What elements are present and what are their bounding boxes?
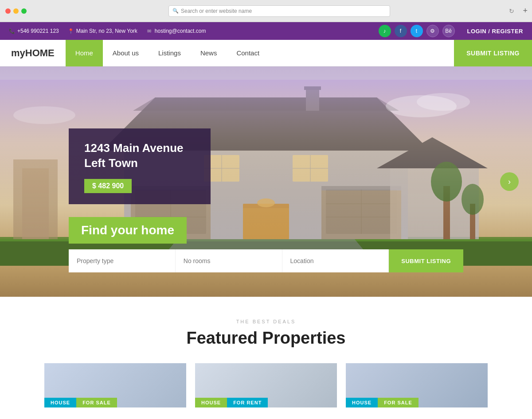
browser-chrome: 🔍 Search or enter website name ↻ + — [0, 0, 532, 22]
minimize-button[interactable] — [13, 8, 19, 14]
property-card: 1243 Main Avenue Left Town $ 482 900 — [69, 128, 211, 204]
property-image-1: HOUSE FOR SALE — [44, 363, 186, 407]
browser-dots — [5, 8, 27, 14]
brand-suffix: HOME — [25, 47, 55, 58]
search-submit-button[interactable]: SUBMIT LISTING — [389, 249, 463, 272]
svg-point-41 — [417, 93, 470, 111]
email-text: hosting@contact.com — [155, 28, 206, 34]
property-card-3[interactable]: HOUSE FOR SALE — [346, 363, 488, 407]
nav-home[interactable]: Home — [66, 40, 103, 66]
location-icon: 📍 — [68, 28, 74, 34]
property-title: 1243 Main Avenue Left Town — [84, 141, 195, 171]
hero-next-arrow[interactable]: › — [500, 172, 519, 191]
brand-prefix: my — [11, 47, 25, 58]
property-image-3: HOUSE FOR SALE — [346, 363, 488, 407]
twitter-button[interactable]: t — [411, 25, 423, 37]
settings-button[interactable]: ⚙ — [426, 25, 439, 37]
topbar-email: ✉ hosting@contact.com — [146, 28, 206, 34]
nav-listings[interactable]: Listings — [149, 40, 191, 66]
rent-badge-2: FOR RENT — [227, 398, 268, 407]
property-price: $ 482 900 — [84, 179, 132, 193]
new-tab-button[interactable]: + — [523, 6, 528, 16]
close-button[interactable] — [5, 8, 11, 14]
spotify-button[interactable]: ♪ — [379, 25, 391, 37]
navbar: myHOME Home About us Listings News Conta… — [0, 40, 532, 66]
find-home-banner: Find your home — [69, 217, 187, 244]
sale-badge-1: FOR SALE — [76, 398, 117, 407]
topbar-left: 📞 +546 990221 123 📍 Main Str, no 23, New… — [9, 28, 206, 34]
house-badge-2: HOUSE — [195, 398, 227, 407]
featured-subtitle: THE BEST DEALS — [18, 319, 514, 324]
find-home-text: Find your home — [81, 223, 174, 237]
phone-icon: 📞 — [9, 28, 15, 34]
location-input[interactable] — [282, 249, 389, 272]
email-icon: ✉ — [146, 28, 153, 34]
search-bar: SUBMIT LISTING — [69, 249, 463, 272]
search-icon: 🔍 — [172, 8, 179, 14]
featured-title: Featured Properties — [18, 329, 514, 348]
login-register-button[interactable]: LOGIN / REGISTER — [467, 28, 523, 35]
address-text: Search or enter website name — [181, 8, 252, 14]
rooms-input[interactable] — [176, 249, 282, 272]
property-badges-3: HOUSE FOR SALE — [346, 398, 419, 407]
nav-news[interactable]: News — [191, 40, 227, 66]
topbar-address: 📍 Main Str, no 23, New York — [68, 28, 137, 34]
nav-contact[interactable]: Contact — [227, 40, 269, 66]
topbar-right: ♪ f t ⚙ Bē LOGIN / REGISTER — [379, 25, 523, 37]
submit-listing-button[interactable]: SUBMIT LISTING — [454, 40, 532, 66]
phone-number: +546 990221 123 — [17, 28, 59, 34]
house-badge-1: HOUSE — [44, 398, 76, 407]
sale-badge-3: FOR SALE — [378, 398, 419, 407]
topbar-phone: 📞 +546 990221 123 — [9, 28, 59, 34]
facebook-button[interactable]: f — [395, 25, 407, 37]
brand-logo[interactable]: myHOME — [0, 47, 66, 59]
property-card-2[interactable]: HOUSE FOR RENT — [195, 363, 337, 407]
house-badge-3: HOUSE — [346, 398, 378, 407]
hero-section: 1243 Main Avenue Left Town $ 482 900 Fin… — [0, 66, 532, 297]
refresh-button[interactable]: ↻ — [509, 8, 514, 15]
property-type-input[interactable] — [69, 249, 176, 272]
address-bar[interactable]: 🔍 Search or enter website name — [168, 5, 390, 17]
svg-point-42 — [13, 106, 75, 124]
property-card-1[interactable]: HOUSE FOR SALE — [44, 363, 186, 407]
maximize-button[interactable] — [21, 8, 27, 14]
topbar: 📞 +546 990221 123 📍 Main Str, no 23, New… — [0, 22, 532, 40]
featured-section: THE BEST DEALS Featured Properties HOUSE… — [0, 297, 532, 419]
property-badges-2: HOUSE FOR RENT — [195, 398, 268, 407]
address-text: Main Str, no 23, New York — [76, 28, 137, 34]
property-image-2: HOUSE FOR RENT — [195, 363, 337, 407]
nav-links: Home About us Listings News Contact — [66, 40, 454, 66]
nav-about[interactable]: About us — [103, 40, 149, 66]
property-cards-row: HOUSE FOR SALE HOUSE FOR RENT HOUSE — [18, 363, 514, 407]
property-badges-1: HOUSE FOR SALE — [44, 398, 117, 407]
website: 📞 +546 990221 123 📍 Main Str, no 23, New… — [0, 22, 532, 419]
behance-button[interactable]: Bē — [442, 25, 455, 37]
